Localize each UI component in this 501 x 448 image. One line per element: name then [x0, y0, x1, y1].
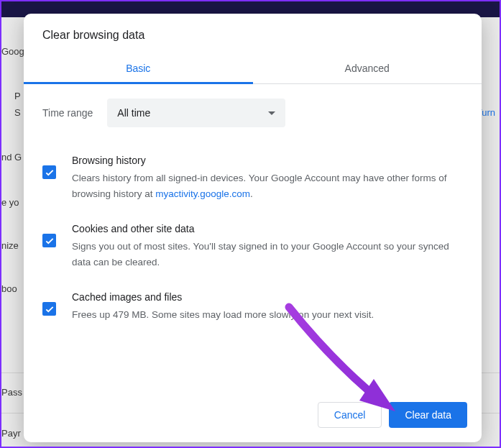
bg-fragment: P — [14, 91, 21, 101]
dialog-title: Clear browsing data — [24, 14, 482, 53]
bg-fragment: Pass — [1, 387, 22, 398]
option-title: Cached images and files — [72, 291, 374, 303]
tab-advanced[interactable]: Advanced — [253, 53, 482, 83]
bg-fragment: Goog — [1, 46, 24, 57]
checkmark-icon — [45, 236, 55, 246]
tab-basic[interactable]: Basic — [24, 53, 253, 83]
option-title: Browsing history — [72, 155, 457, 166]
dialog-footer: Cancel Clear data — [24, 390, 482, 442]
tab-bar: Basic Advanced — [24, 53, 482, 84]
option-cookies: Cookies and other site data Signs you ou… — [42, 223, 463, 270]
bg-fragment: S — [14, 107, 21, 118]
option-desc: Frees up 479 MB. Some sites may load mor… — [72, 307, 374, 323]
chevron-down-icon — [268, 111, 275, 115]
myactivity-link[interactable]: myactivity.google.com — [155, 188, 250, 199]
option-desc: Signs you out of most sites. You'll stay… — [72, 239, 457, 270]
checkbox-browsing-history[interactable] — [42, 165, 56, 179]
bg-fragment: nd G — [1, 152, 22, 163]
bg-fragment: e yo — [1, 197, 19, 208]
time-range-row: Time range All time — [42, 99, 463, 127]
checkbox-cached[interactable] — [42, 302, 56, 316]
clear-browsing-data-dialog: Clear browsing data Basic Advanced Time … — [24, 14, 482, 442]
option-browsing-history: Browsing history Clears history from all… — [42, 155, 463, 201]
time-range-value: All time — [117, 107, 150, 119]
dialog-content: Time range All time Browsing history Cle… — [24, 84, 482, 390]
option-title: Cookies and other site data — [72, 223, 457, 234]
time-range-label: Time range — [42, 107, 93, 119]
bg-fragment: boo — [1, 283, 17, 294]
clear-data-button[interactable]: Clear data — [389, 402, 467, 428]
bg-fragment: nize — [1, 240, 19, 251]
option-cached: Cached images and files Frees up 479 MB.… — [42, 291, 463, 323]
checkmark-icon — [45, 168, 55, 178]
option-desc: Clears history from all signed-in device… — [72, 170, 457, 201]
checkbox-cookies[interactable] — [42, 234, 56, 247]
cancel-button[interactable]: Cancel — [318, 402, 382, 428]
time-range-select[interactable]: All time — [107, 99, 285, 127]
checkmark-icon — [45, 304, 55, 314]
bg-fragment: Payr — [1, 428, 21, 439]
